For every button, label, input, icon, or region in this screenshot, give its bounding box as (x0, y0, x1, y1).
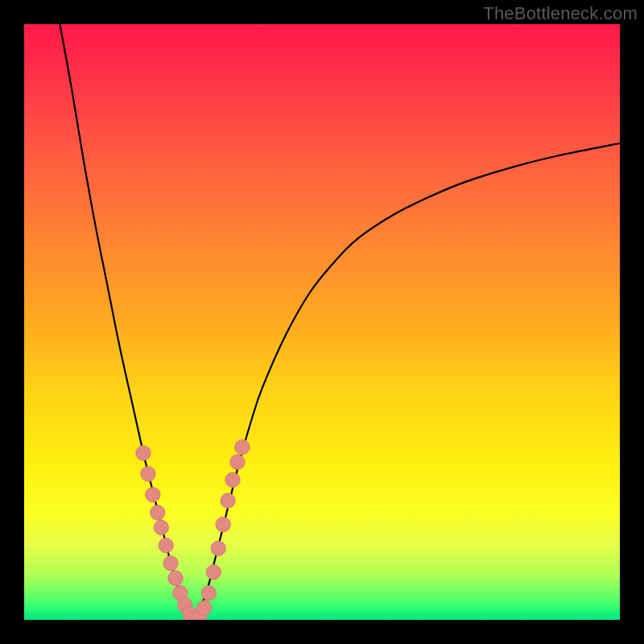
data-point (136, 446, 151, 460)
data-point (141, 467, 155, 481)
data-point (206, 565, 221, 580)
curve-svg (24, 24, 620, 620)
data-point (154, 520, 168, 535)
data-point (221, 493, 235, 508)
data-point (163, 556, 178, 571)
data-point (216, 517, 230, 531)
data-point (151, 506, 165, 520)
data-point (159, 538, 173, 552)
data-point (211, 541, 225, 555)
data-point (201, 586, 216, 601)
data-point (196, 601, 211, 615)
data-point (235, 440, 250, 454)
bottleneck-curve (60, 24, 620, 620)
watermark-text: TheBottleneck.com (483, 3, 638, 24)
data-point (168, 571, 183, 585)
data-point (146, 487, 160, 502)
marker-points (136, 440, 250, 620)
data-point (230, 455, 245, 469)
chart-frame: TheBottleneck.com (0, 0, 644, 644)
data-point (225, 473, 240, 487)
plot-area (24, 24, 620, 620)
